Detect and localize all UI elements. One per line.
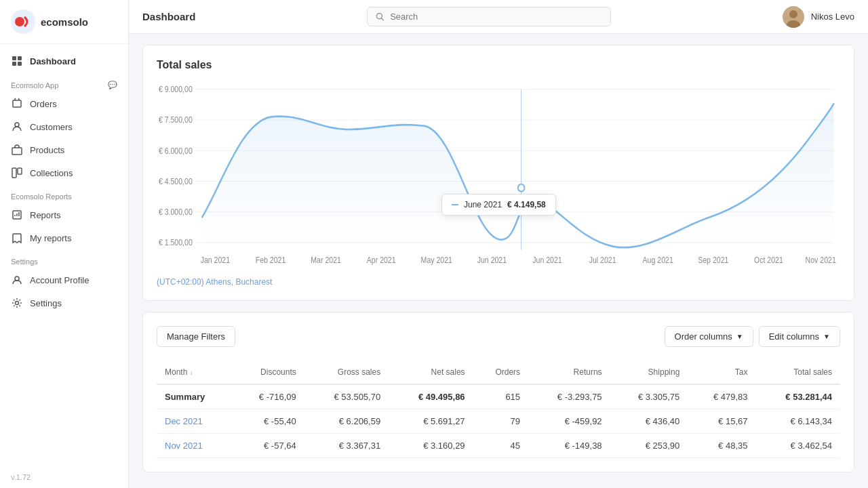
col-tax: Tax <box>688 361 755 384</box>
version-label: v.1.72 <box>0 466 128 488</box>
cell-returns: € -149,38 <box>528 434 610 458</box>
col-shipping: Shipping <box>610 361 688 384</box>
svg-text:Nov 2021: Nov 2021 <box>806 256 836 265</box>
sidebar-item-account-profile[interactable]: Account Profile <box>0 268 128 291</box>
chart-card: Total sales June 2021 € 4.149,58 <box>142 45 854 301</box>
sidebar-nav: Dashboard Ecomsolo App 💬 Orders Customer… <box>0 44 128 466</box>
svg-point-13 <box>16 302 19 305</box>
page-title: Dashboard <box>142 11 195 22</box>
svg-point-12 <box>15 277 19 281</box>
collections-icon <box>11 167 23 179</box>
svg-text:Jul 2021: Jul 2021 <box>589 256 616 265</box>
section-reports-label: Ecomsolo Reports <box>0 184 128 203</box>
chart-svg: € 9.000,00 € 7.500,00 € 6.000,00 € 4.500… <box>157 82 840 272</box>
manage-filters-button[interactable]: Manage Filters <box>157 326 235 347</box>
cell-returns: € -459,92 <box>528 409 610 434</box>
sidebar-item-dashboard-label: Dashboard <box>30 56 76 66</box>
cell-net-sales: € 5.691,27 <box>389 409 473 434</box>
svg-text:€ 6.000,00: € 6.000,00 <box>159 146 193 155</box>
svg-rect-8 <box>12 148 22 155</box>
sidebar-item-collections[interactable]: Collections <box>0 161 128 184</box>
svg-rect-6 <box>13 100 21 107</box>
logo-area: ecomsolo <box>0 0 128 44</box>
table-row: Summary € -716,09 € 53.505,70 € 49.495,8… <box>157 384 840 409</box>
sidebar-item-settings-label: Settings <box>30 298 62 308</box>
svg-text:Jun 2021: Jun 2021 <box>477 256 507 265</box>
svg-text:Jan 2021: Jan 2021 <box>201 256 230 265</box>
sidebar-item-orders[interactable]: Orders <box>0 92 128 115</box>
svg-text:Apr 2021: Apr 2021 <box>367 256 396 265</box>
svg-text:Aug 2021: Aug 2021 <box>643 256 673 265</box>
chat-icon: 💬 <box>108 81 117 89</box>
sidebar-item-my-reports-label: My reports <box>30 233 71 243</box>
svg-rect-4 <box>12 62 16 66</box>
cell-month[interactable]: Nov 2021 <box>157 434 233 458</box>
ecomsolo-logo <box>11 9 35 34</box>
table-column-buttons: Order columns ▼ Edit columns ▼ <box>665 326 840 347</box>
cell-net-sales: € 49.495,86 <box>389 384 473 409</box>
cell-gross-sales: € 6.206,59 <box>304 409 389 434</box>
cell-total-sales: € 6.143,34 <box>755 409 840 434</box>
cell-month[interactable]: Dec 2021 <box>157 409 233 434</box>
cell-shipping: € 3.305,75 <box>610 384 688 409</box>
table-row: Dec 2021 € -55,40 € 6.206,59 € 5.691,27 … <box>157 409 840 434</box>
table-row: Nov 2021 € -57,64 € 3.367,31 € 3.160,29 … <box>157 434 840 458</box>
sidebar-item-products[interactable]: Products <box>0 138 128 161</box>
customers-icon <box>11 121 23 133</box>
cell-total-sales: € 3.462,54 <box>755 434 840 458</box>
col-month[interactable]: Month ↓ <box>157 361 233 384</box>
products-icon <box>11 144 23 156</box>
cell-discounts: € -57,64 <box>233 434 304 458</box>
chevron-down-icon: ▼ <box>823 333 830 340</box>
orders-icon <box>11 98 23 110</box>
cell-orders: 79 <box>473 409 528 434</box>
svg-text:Oct 2021: Oct 2021 <box>754 256 783 265</box>
sidebar-item-reports[interactable]: Reports <box>0 203 128 226</box>
chart-timezone: (UTC+02:00) Athens, Bucharest <box>157 277 840 287</box>
svg-rect-5 <box>18 62 22 66</box>
svg-point-7 <box>15 123 19 127</box>
table-toolbar: Manage Filters Order columns ▼ Edit colu… <box>157 326 840 347</box>
cell-shipping: € 253,90 <box>610 434 688 458</box>
sort-icon: ↓ <box>190 369 193 376</box>
account-icon <box>11 274 23 286</box>
search-box[interactable] <box>367 7 611 26</box>
cell-gross-sales: € 3.367,31 <box>304 434 389 458</box>
col-total-sales: Total sales <box>755 361 840 384</box>
sidebar-item-my-reports[interactable]: My reports <box>0 226 128 249</box>
edit-columns-button[interactable]: Edit columns ▼ <box>759 326 840 347</box>
avatar <box>783 6 804 28</box>
svg-text:€ 4.500,00: € 4.500,00 <box>159 177 193 186</box>
table-header: Month ↓ Discounts Gross sales Net sales … <box>157 361 840 384</box>
cell-tax: € 48,35 <box>688 434 755 458</box>
cell-discounts: € -55,40 <box>233 409 304 434</box>
col-gross-sales: Gross sales <box>304 361 389 384</box>
main-content: Dashboard Nikos Levo Total sales June 20… <box>129 0 868 488</box>
svg-point-1 <box>15 17 24 26</box>
svg-text:€ 3.000,00: € 3.000,00 <box>159 207 193 216</box>
sidebar-item-orders-label: Orders <box>30 99 57 109</box>
cell-shipping: € 436,40 <box>610 409 688 434</box>
user-area: Nikos Levo <box>783 6 854 28</box>
my-reports-icon <box>11 232 23 244</box>
cell-orders: 45 <box>473 434 528 458</box>
sidebar-item-dashboard[interactable]: Dashboard <box>0 49 128 73</box>
reports-icon <box>11 209 23 221</box>
search-input[interactable] <box>390 12 602 22</box>
dashboard-icon <box>11 55 23 67</box>
sidebar-item-collections-label: Collections <box>30 168 73 178</box>
user-name: Nikos Levo <box>811 12 854 22</box>
svg-text:Mar 2021: Mar 2021 <box>311 256 341 265</box>
svg-text:May 2021: May 2021 <box>421 256 452 265</box>
sidebar-item-settings[interactable]: Settings <box>0 291 128 314</box>
sidebar-item-products-label: Products <box>30 145 64 155</box>
sidebar-item-reports-label: Reports <box>30 210 61 220</box>
sidebar-item-customers[interactable]: Customers <box>0 115 128 138</box>
order-columns-button[interactable]: Order columns ▼ <box>665 326 753 347</box>
svg-text:€ 1.500,00: € 1.500,00 <box>159 239 193 247</box>
svg-rect-2 <box>12 56 16 60</box>
sales-table: Month ↓ Discounts Gross sales Net sales … <box>157 361 840 458</box>
svg-text:Feb 2021: Feb 2021 <box>256 256 286 265</box>
sidebar-item-account-profile-label: Account Profile <box>30 275 89 285</box>
section-settings-label: Settings <box>0 249 128 268</box>
